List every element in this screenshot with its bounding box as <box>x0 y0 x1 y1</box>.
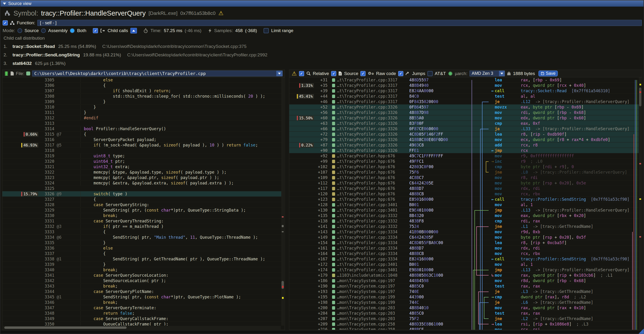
source-line-row[interactable]: 3342 SendSourceLocation( ptr ); <box>2 278 281 284</box>
asm-instruction-row[interactable]: +200…mon\TracySystem.cpp:203488B4010movr… <box>289 305 639 311</box>
asm-instruction-row[interactable]: +216…mon\TracySystem.cpp:258488BCEmovrcx… <box>289 327 639 330</box>
save-button[interactable]: Save <box>538 71 558 76</box>
radio-both[interactable] <box>70 28 75 33</box>
asm-source-location[interactable]: …t\TracyProfiler.cpp:3334 <box>337 235 409 240</box>
asm-source-location[interactable]: …t\TracyProfiler.cpp:3317 <box>337 83 409 88</box>
source-line-row[interactable]: 3325 <box>2 186 281 191</box>
asm-instruction-row[interactable]: +164…t\TracyProfiler.cpp:3334488BCBmovrc… <box>289 251 639 256</box>
source-line-row[interactable]: 15.79%3326@9 switch( type ) <box>2 191 281 197</box>
asm-instruction-row[interactable]: 0.22%+87…t\TracyProfiler.cpp:33264903C8a… <box>289 143 639 148</box>
asm-source-location[interactable]: …mon\TracySystem.cpp:199 <box>337 295 409 299</box>
source-line-row[interactable]: 3346 break; <box>2 300 281 305</box>
source-line-row[interactable]: 3340 break; <box>2 267 281 273</box>
source-line-row[interactable]: 3339 } <box>2 262 281 267</box>
function-dropdown[interactable]: [ - self - ] <box>37 20 642 26</box>
asm-instruction-row[interactable]: +138…t\TracyProfiler.cpp:3332483BF8cmprd… <box>289 218 639 224</box>
source-line-row[interactable]: 3318 <box>2 148 281 153</box>
att-checkbox[interactable] <box>428 71 433 76</box>
source-line-row[interactable]: 3307 if( shouldExit ) return; <box>2 88 281 94</box>
asm-source-location[interactable]: …t\TracyProfiler.hpp:676 <box>337 186 409 191</box>
source-line-row[interactable]: 3344 case ServerQueryPlotName: <box>2 289 281 294</box>
source-checkbox[interactable]: ✓ <box>331 71 336 76</box>
asm-source-location[interactable]: …t\TracyProfiler.cpp:3326 <box>337 121 409 126</box>
asm-instruction-row[interactable]: +52…t\TracyProfiler.cpp:33260FB64597movz… <box>289 105 639 110</box>
source-line-row[interactable]: 3335 } <box>2 240 281 246</box>
resize-grip[interactable] <box>638 329 644 334</box>
source-line-row[interactable]: 3332@3 if( ptr == m_mainThread ) <box>2 224 281 229</box>
asm-instruction-row[interactable]: +161…t\TracyProfiler.cpp:3334488BD7movrd… <box>289 246 639 251</box>
asm-source-location[interactable]: …mon\TracySystem.cpp:203 <box>337 311 409 316</box>
child-calls-checkbox[interactable]: ✓ <box>93 28 98 33</box>
asm-instruction-row[interactable]: +117…t\TracyProfiler.hpp:676488BD7movrdx… <box>289 186 639 191</box>
asm-source-location[interactable]: …mon\TracySystem.cpp:203 <box>337 316 409 321</box>
asm-source-location[interactable]: …t\TracyProfiler.cpp:3326 <box>337 137 409 142</box>
asm-instruction-row[interactable]: 1.31%+35…t\TracyProfiler.cpp:3317488B494… <box>289 83 639 88</box>
asm-instruction-row[interactable]: +92…t\TracyProfiler.hpp:67649C7C1FFFFFFF… <box>289 153 639 159</box>
asm-instruction-row[interactable]: +72…t\TracyProfiler.cpp:33264C8D05F146F2… <box>289 132 639 137</box>
source-line-row[interactable]: 3337 { <box>2 251 281 256</box>
source-line-row[interactable]: 3333 { <box>2 229 281 235</box>
collapse-distribution-button[interactable] <box>130 28 137 33</box>
asm-instruction-row[interactable]: +102…t\TracyProfiler.hpp:67642803C0F00cm… <box>289 164 639 169</box>
source-line-row[interactable]: 3319 uint8_t type; <box>2 153 281 159</box>
asm-instruction-row[interactable]: +190…mon\TracySystem.cpp:1974885C0testra… <box>289 284 639 289</box>
function-checkbox[interactable]: ✓ <box>2 20 8 25</box>
asm-instruction-row[interactable]: +99…t\TracyProfiler.hpp:67649FFC1→incr9 … <box>289 159 639 164</box>
asm-source-location[interactable]: …1103\include\atomic:1048 <box>337 273 409 278</box>
asm-instruction-row[interactable]: +141…t\TracyProfiler.cpp:33327524jne.L1 … <box>289 224 639 229</box>
asm-source-location[interactable]: …t\TracyProfiler.cpp:3334 <box>337 257 409 261</box>
asm-source-location[interactable]: …t\TracyProfiler.cpp:3334 <box>337 229 409 234</box>
source-vertical-scrollbar[interactable] <box>281 77 284 326</box>
source-line-row[interactable]: 3314bool Profiler::HandleServerQuery() <box>2 126 281 132</box>
source-line-row[interactable]: 3316 ServerQueryPacket payload; <box>2 137 281 143</box>
asm-source-location[interactable]: …t\TracyProfiler.cpp:3332 <box>337 219 409 223</box>
asm-source-location[interactable]: …mon\TracySystem.cpp:197 <box>337 289 409 294</box>
source-horizontal-scrollbar[interactable] <box>3 326 281 329</box>
asm-source-location[interactable]: …mon\TracySystem.cpp:258 <box>337 322 409 327</box>
asm-instruction-row[interactable]: +109…t\TracyProfiler.hpp:6764C8BC7movr8,… <box>289 175 639 180</box>
source-line-row[interactable]: 3345@1 SendString( ptr, (const char*)ptr… <box>2 294 281 300</box>
source-line-row[interactable]: 3306 { <box>2 83 281 88</box>
child-call-item[interactable]: 2.tracy::Profiler::SendLongString19.88 m… <box>4 52 642 58</box>
asm-instruction-row[interactable]: +198…mon\TracySystem.cpp:199744Cje.L6 ->… <box>289 300 639 305</box>
file-dropdown[interactable]: C:\Users\wolf\Desktop\darkrl\contrib\tra… <box>32 71 283 76</box>
asm-instruction-row[interactable]: +46…t\TracyProfiler.cpp:33170F8435020000… <box>289 99 639 105</box>
asm-instruction-row[interactable]: +195…mon\TracySystem.cpp:199443900→cmpdw… <box>289 294 639 300</box>
source-line-row[interactable]: 3309 } <box>2 99 281 105</box>
source-line-row[interactable]: 3348 return false; <box>2 311 281 316</box>
asm-source-location[interactable]: …t\TracyProfiler.cpp:3317 <box>337 88 409 93</box>
source-line-row[interactable]: 3328 case ServerQueryString: <box>2 202 281 208</box>
asm-source-location[interactable]: …t\TracyProfiler.hpp:676 <box>337 170 409 174</box>
file-dropdown-arrow[interactable] <box>276 71 282 76</box>
source-line-row[interactable]: 3305 else <box>2 77 281 83</box>
asm-source-location[interactable]: …t\TracyProfiler.hpp:676 <box>337 159 409 164</box>
source-line-row[interactable]: 3336 else <box>2 246 281 251</box>
asm-instruction-row[interactable]: +167…t\TracyProfiler.cpp:3334E824160000←… <box>289 256 639 262</box>
asm-instruction-row[interactable]: +209…mon\TracySystem.cpp:258488D35E88610… <box>289 322 639 327</box>
asm-instruction-row[interactable]: +193…mon\TracySystem.cpp:197740Eje.L3 ->… <box>289 289 639 294</box>
collapse-icon[interactable] <box>3 2 6 5</box>
asm-source-location[interactable]: …t\TracyProfiler.cpp:3334 <box>337 240 409 245</box>
child-call-item[interactable]: 3.stat64i32625 µs (1.36%) <box>4 61 642 66</box>
asm-instruction-row[interactable]: +154…t\TracyProfiler.cpp:33344C8D055FBA0… <box>289 240 639 246</box>
source-line-row[interactable]: 3320 uint64_t ptr; <box>2 159 281 164</box>
asm-instruction-row[interactable]: +172…t\TracyProfiler.cpp:3401B001moval, … <box>289 262 639 267</box>
asm-instruction-row[interactable]: +143…t\TracyProfiler.cpp:333441B90B00000… <box>289 229 639 235</box>
source-line-row[interactable]: 3334@6 SendString( ptr, "Main thread", 1… <box>2 235 281 240</box>
source-line-row[interactable]: 3330 break; <box>2 213 281 218</box>
asm-source-location[interactable]: …t\TracyProfiler.hpp:676 <box>337 154 409 158</box>
source-line-row[interactable]: 3347 case ServerQueryTerminate: <box>2 305 281 311</box>
asm-instruction-row[interactable]: +107…t\TracyProfiler.hpp:67675F6jne.L0 -… <box>289 169 639 175</box>
assembly-vertical-scrollbar[interactable] <box>639 77 642 329</box>
asm-source-location[interactable]: …t\TracyProfiler.cpp:3326 <box>337 132 409 137</box>
source-line-row[interactable]: 3321 uint32_t extra; <box>2 164 281 169</box>
limit-range-checkbox[interactable] <box>264 28 269 33</box>
asm-source-location[interactable]: …t\TracyProfiler.cpp:3326 <box>337 110 409 115</box>
source-line-row[interactable]: 3343 break; <box>2 284 281 289</box>
asm-source-location[interactable]: …t\TracyProfiler.cpp:3317 <box>337 99 409 104</box>
source-line-row[interactable]: 3327 { <box>2 197 281 202</box>
asm-instruction-row[interactable]: +179…1103\include\atomic:1048488B05B63C1… <box>289 273 639 278</box>
asm-instruction-row[interactable]: +66…t\TracyProfiler.cpp:33260F87CE060000… <box>289 126 639 132</box>
asm-source-location[interactable]: …mon\TracySystem.cpp:203 <box>337 306 409 310</box>
asm-instruction-row[interactable]: +174…t\TracyProfiler.cpp:3401E9B8010000j… <box>289 267 639 273</box>
